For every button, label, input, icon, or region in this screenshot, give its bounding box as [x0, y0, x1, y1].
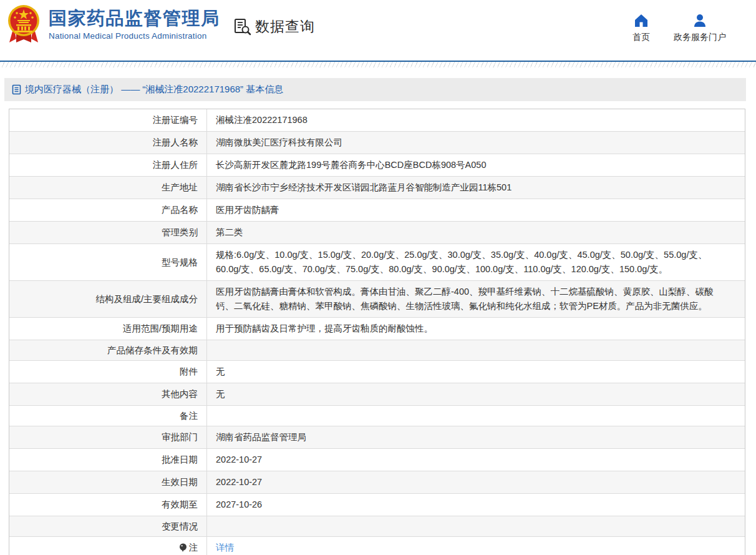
row-value-text: 湘械注准20222171968 [216, 113, 730, 127]
row-label: 批准日期 [9, 449, 206, 471]
row-value: 详情 [206, 537, 745, 555]
table-row: 审批部门 湖南省药品监督管理局 [9, 426, 745, 448]
row-value-text: 2022-10-27 [216, 475, 730, 489]
table-row: 注册证编号 湘械注准20222171968 [9, 109, 745, 131]
table-row: 注 详情 [9, 536, 745, 555]
row-value-text: 2022-10-27 [216, 453, 730, 467]
row-label: 有效期至 [9, 494, 206, 516]
nav-home[interactable]: 首页 [632, 14, 650, 43]
data-query-icon [233, 17, 252, 36]
page-header: 国家药品监督管理局 National Medical Products Admi… [0, 0, 756, 61]
row-label: 备注 [9, 406, 206, 426]
row-label-text: 备注 [180, 410, 198, 422]
row-label-text: 结构及组成/主要组成成分 [95, 293, 198, 305]
table-row: 备注 [9, 405, 745, 426]
row-label: 适用范围/预期用途 [9, 318, 206, 340]
row-label-text: 有效期至 [162, 499, 198, 511]
row-value-text: 无 [216, 365, 730, 379]
home-icon [634, 14, 649, 27]
row-value-text: 医用牙齿防龋膏 [216, 203, 730, 217]
site-subtitle: National Medical Products Administration [49, 31, 220, 41]
table-row: 结构及组成/主要组成成分 医用牙齿防龋膏由膏体和软管构成。膏体由甘油、聚乙二醇-… [9, 280, 745, 317]
row-label: 附件 [9, 361, 206, 383]
row-label-text: 变更情况 [162, 521, 198, 533]
row-value: 2022-10-27 [206, 471, 745, 493]
row-value: 湖南省药品监督管理局 [206, 426, 745, 448]
site-title: 国家药品监督管理局 [49, 9, 220, 29]
row-label: 注册证编号 [9, 109, 206, 131]
row-label: 结构及组成/主要组成成分 [9, 281, 206, 317]
table-row: 注册人名称 湖南微肽美汇医疗科技有限公司 [9, 131, 745, 154]
data-query-label: 数据查询 [255, 17, 315, 36]
table-row: 变更情况 [9, 516, 745, 536]
nav-gov-portal[interactable]: 政务服务门户 [674, 14, 726, 43]
row-value: 第二类 [206, 222, 745, 243]
row-value [206, 516, 745, 536]
breadcrumb-text: 境内医疗器械（注册） —— “湘械注准20222171968” 基本信息 [25, 84, 283, 96]
row-value: 规格:6.0g/支、10.0g/支、15.0g/支、20.0g/支、25.0g/… [206, 244, 745, 280]
row-label-text: 生产地址 [162, 182, 198, 194]
site-title-block: 国家药品监督管理局 National Medical Products Admi… [49, 4, 220, 41]
row-label: 产品储存条件及有效期 [9, 340, 206, 360]
row-value-text: 湖南省长沙市宁乡经济技术开发区谐园北路蓝月谷智能制造产业园11栋501 [216, 180, 730, 195]
table-row: 管理类别 第二类 [9, 221, 745, 243]
national-emblem-icon [5, 4, 42, 46]
row-value: 2027-10-26 [206, 494, 745, 516]
row-value-text: 2027-10-26 [216, 498, 730, 512]
row-value: 湖南微肽美汇医疗科技有限公司 [206, 132, 745, 154]
nav-gov-portal-label: 政务服务门户 [674, 32, 726, 43]
row-value-text: 详情 [216, 541, 730, 555]
row-value: 2022-10-27 [206, 449, 745, 471]
row-value-text: 湖南省药品监督管理局 [216, 430, 730, 444]
data-query-link[interactable]: 数据查询 [233, 17, 315, 36]
row-label-text: 型号规格 [162, 257, 198, 268]
row-value-text: 湖南微肽美汇医疗科技有限公司 [216, 135, 730, 150]
table-row: 其他内容 无 [9, 383, 745, 405]
row-label: 生效日期 [9, 471, 206, 493]
row-value-text: 长沙高新开发区麓龙路199号麓谷商务中心BCD座BCD栋908号A050 [216, 158, 730, 172]
row-label-text: 批准日期 [162, 454, 198, 466]
row-label-text: 其他内容 [162, 388, 198, 400]
table-row: 产品名称 医用牙齿防龋膏 [9, 199, 745, 221]
nav-home-label: 首页 [632, 32, 650, 43]
row-value-text: 无 [216, 387, 730, 401]
row-label-text: 注册证编号 [153, 114, 198, 126]
row-label-text: 生效日期 [162, 476, 198, 488]
row-label: 注册人住所 [9, 154, 206, 176]
row-value: 用于预防龋齿及日常护理，提高牙齿釉质的耐酸蚀性。 [206, 318, 745, 340]
row-value-text: 规格:6.0g/支、10.0g/支、15.0g/支、20.0g/支、25.0g/… [216, 248, 730, 277]
row-label: 变更情况 [9, 516, 206, 536]
table-row: 批准日期 2022-10-27 [9, 448, 745, 471]
nmpa-logo[interactable]: 国家药品监督管理局 National Medical Products Admi… [5, 4, 220, 46]
row-label-text: 产品名称 [162, 204, 198, 216]
row-value-text: 用于预防龋齿及日常护理，提高牙齿釉质的耐酸蚀性。 [216, 322, 730, 336]
table-row: 附件 无 [9, 360, 745, 383]
row-label: 管理类别 [9, 222, 206, 243]
row-value: 医用牙齿防龋膏由膏体和软管构成。膏体由甘油、聚乙二醇-400、羧甲基纤维素钠、十… [206, 281, 745, 317]
table-row: 产品储存条件及有效期 [9, 340, 745, 360]
note-icon [179, 543, 187, 553]
row-label-text: 管理类别 [162, 227, 198, 238]
detail-link[interactable]: 详情 [216, 543, 234, 553]
row-label-text: 注册人名称 [153, 137, 198, 149]
row-value: 湖南省长沙市宁乡经济技术开发区谐园北路蓝月谷智能制造产业园11栋501 [206, 177, 745, 199]
table-row: 生效日期 2022-10-27 [9, 471, 745, 493]
table-row: 注册人住所 长沙高新开发区麓龙路199号麓谷商务中心BCD座BCD栋908号A0… [9, 154, 745, 176]
table-row: 生产地址 湖南省长沙市宁乡经济技术开发区谐园北路蓝月谷智能制造产业园11栋501 [9, 176, 745, 199]
row-value: 湘械注准20222171968 [206, 109, 745, 131]
row-value: 医用牙齿防龋膏 [206, 199, 745, 221]
row-label: 注 [9, 537, 206, 555]
table-row: 型号规格 规格:6.0g/支、10.0g/支、15.0g/支、20.0g/支、2… [9, 243, 745, 280]
row-label: 审批部门 [9, 426, 206, 448]
document-icon [12, 84, 21, 95]
row-label: 注册人名称 [9, 132, 206, 154]
row-value-text: 医用牙齿防龋膏由膏体和软管构成。膏体由甘油、聚乙二醇-400、羧甲基纤维素钠、十… [216, 285, 730, 313]
row-value-text: 第二类 [216, 225, 730, 240]
row-label-text: 产品储存条件及有效期 [107, 345, 198, 356]
row-label: 其他内容 [9, 383, 206, 405]
row-value: 无 [206, 383, 745, 405]
row-value: 长沙高新开发区麓龙路199号麓谷商务中心BCD座BCD栋908号A050 [206, 154, 745, 176]
user-icon [692, 14, 707, 27]
table-row: 有效期至 2027-10-26 [9, 493, 745, 516]
row-label-text: 注 [189, 542, 198, 554]
